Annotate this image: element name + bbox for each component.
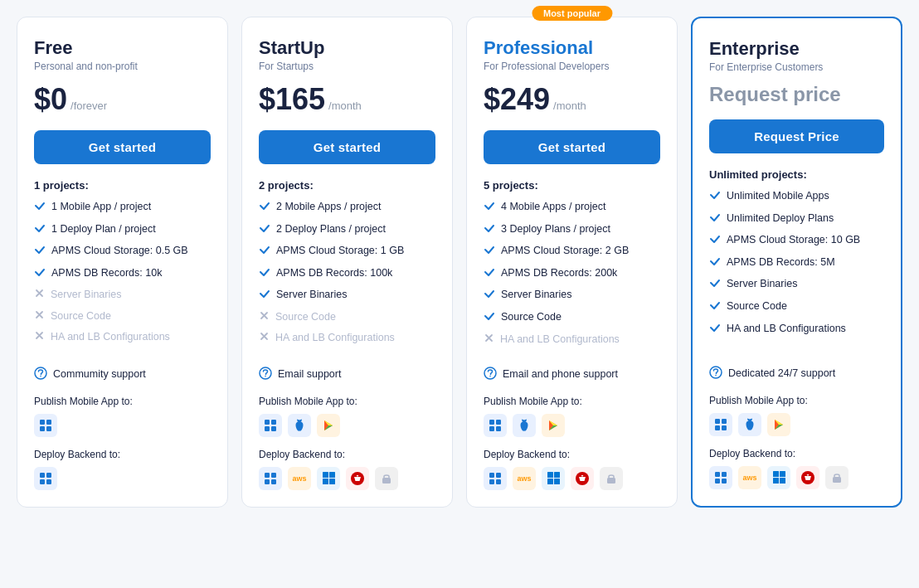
pricing-card-free: FreePersonal and non-profit$0/foreverGet…: [17, 17, 228, 508]
feature-item: HA and LB Configurations: [484, 333, 660, 347]
price-period: /month: [553, 100, 586, 112]
publish-icons: [259, 414, 435, 437]
lock-deploy-icon: [600, 467, 623, 490]
feature-text: APMS Cloud Storage: 2 GB: [501, 244, 629, 259]
projects-label: 5 projects:: [484, 179, 660, 192]
svg-rect-63: [722, 479, 727, 484]
svg-rect-55: [722, 425, 727, 430]
lock-deploy-icon: [375, 467, 398, 490]
feature-text: 2 Deploy Plans / project: [276, 222, 386, 237]
publish-icons: [484, 414, 660, 437]
feature-item: Server Binaries: [709, 277, 884, 294]
svg-rect-69: [833, 477, 841, 483]
support-text: Commumity support: [53, 368, 146, 380]
windows-deploy-icon: [767, 466, 790, 489]
feature-item: APMS DB Records: 200k: [484, 266, 660, 283]
deploy-label: Deploy Backend to:: [34, 449, 211, 460]
publish-label: Publish Mobile App to:: [259, 396, 435, 407]
feature-text: Server Binaries: [727, 277, 797, 292]
feature-item: 4 Mobile Apps / project: [484, 200, 660, 216]
support-text: Email and phone support: [503, 368, 618, 380]
feature-text: APMS DB Records: 200k: [501, 266, 617, 281]
windows-deploy-icon: [542, 467, 565, 490]
svg-rect-25: [329, 472, 335, 478]
svg-rect-13: [271, 420, 276, 425]
support-icon: [709, 366, 722, 381]
feature-item: Server Binaries: [484, 288, 660, 304]
price-amount: $249: [484, 82, 550, 117]
feature-text: APMS DB Records: 5M: [727, 255, 835, 270]
svg-rect-14: [265, 426, 270, 431]
svg-rect-23: [271, 479, 276, 484]
feature-text: 1 Deploy Plan / project: [51, 222, 156, 237]
feature-text: APMS Cloud Storage: 10 GB: [727, 233, 860, 248]
svg-rect-5: [46, 426, 51, 431]
feature-text: Server Binaries: [501, 288, 571, 303]
get-started-button[interactable]: Get started: [484, 130, 660, 164]
svg-rect-32: [489, 420, 494, 425]
svg-rect-44: [547, 472, 553, 478]
svg-rect-22: [265, 479, 270, 484]
publish-icons: [34, 414, 211, 437]
feature-item: Server Binaries: [259, 288, 435, 304]
check-icon: [259, 266, 270, 283]
feature-item: APMS Cloud Storage: 0.5 GB: [34, 244, 211, 260]
feature-item: APMS DB Records: 10k: [34, 266, 211, 283]
feature-item: APMS DB Records: 100k: [259, 266, 435, 283]
feature-item: 2 Deploy Plans / project: [259, 222, 435, 239]
svg-point-31: [489, 375, 491, 377]
check-icon: [259, 200, 270, 216]
svg-rect-49: [607, 478, 615, 484]
feature-text: Server Binaries: [51, 288, 121, 303]
feature-text: APMS Cloud Storage: 0.5 GB: [51, 244, 188, 259]
feature-text: HA and LB Configurations: [727, 322, 846, 337]
apms-deploy-icon: [709, 466, 732, 489]
price-row: $0/forever: [34, 82, 211, 117]
svg-rect-61: [722, 472, 727, 477]
check-icon: [484, 244, 495, 260]
price-period: /forever: [71, 100, 107, 112]
svg-rect-29: [382, 478, 391, 484]
svg-rect-4: [40, 426, 45, 431]
price-amount: $0: [34, 82, 67, 117]
feature-item: 3 Deploy Plans / project: [484, 222, 660, 239]
svg-rect-43: [496, 479, 501, 484]
get-started-button[interactable]: Get started: [259, 130, 435, 164]
feature-item: Server Binaries: [34, 288, 211, 303]
check-icon: [484, 200, 495, 216]
plan-subtitle: For Professional Developers: [484, 61, 660, 72]
svg-point-51: [715, 374, 717, 376]
google-play-store-icon: [542, 414, 565, 437]
check-icon: [709, 233, 721, 250]
publish-label: Publish Mobile App to:: [484, 396, 660, 407]
feature-item: HA and LB Configurations: [259, 331, 435, 346]
svg-rect-8: [40, 479, 45, 484]
svg-rect-42: [489, 479, 494, 484]
check-icon: [34, 244, 46, 260]
feature-text: HA and LB Configurations: [275, 331, 395, 346]
check-icon: [484, 266, 495, 283]
check-icon: [709, 211, 721, 228]
apms-store-icon: [34, 414, 57, 437]
plan-name: Professional: [484, 37, 660, 59]
x-icon: [484, 333, 494, 347]
request-price-button[interactable]: Request Price: [709, 119, 884, 153]
deploy-icons: aws: [709, 466, 884, 489]
apms-store-icon: [709, 413, 732, 436]
support-row: Commumity support: [34, 367, 211, 382]
redhat-deploy-icon: [346, 467, 369, 490]
features-list: Unlimited Mobile AppsUnlimited Deploy Pl…: [709, 189, 884, 352]
apple-store-icon: [288, 414, 311, 437]
svg-rect-12: [265, 420, 270, 425]
check-icon: [709, 299, 721, 316]
price-row: $249/month: [484, 82, 660, 117]
svg-rect-64: [773, 471, 779, 477]
feature-text: APMS Cloud Storage: 1 GB: [276, 244, 404, 259]
svg-rect-7: [46, 473, 51, 478]
projects-label: 1 projects:: [34, 179, 211, 192]
feature-text: Source Code: [51, 309, 111, 324]
projects-label: Unlimited projects:: [709, 168, 884, 181]
feature-text: 3 Deploy Plans / project: [501, 222, 610, 237]
projects-label: 2 projects:: [259, 179, 435, 192]
get-started-button[interactable]: Get started: [34, 130, 211, 164]
